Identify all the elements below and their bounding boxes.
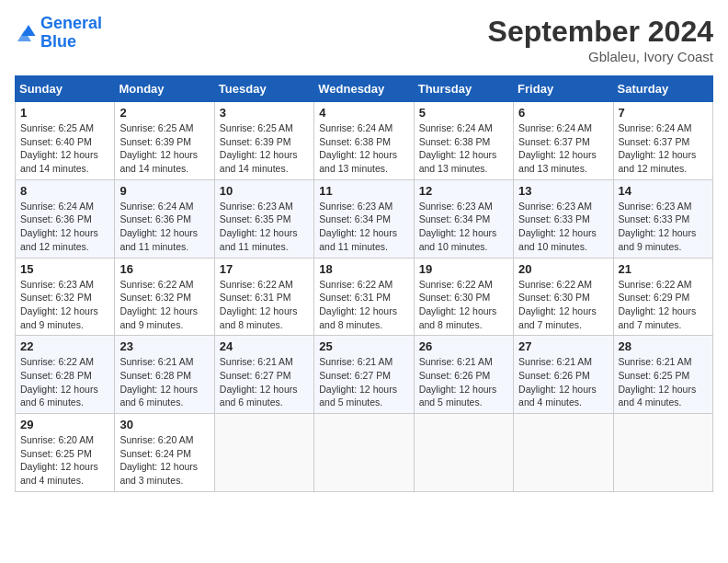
day-number: 12 <box>419 184 508 198</box>
calendar-cell <box>613 414 712 492</box>
logo: General Blue <box>15 15 102 52</box>
calendar-cell: 5Sunrise: 6:24 AMSunset: 6:38 PMDaylight… <box>414 102 513 180</box>
day-info: Sunrise: 6:21 AMSunset: 6:27 PMDaylight:… <box>319 355 408 409</box>
calendar-cell <box>314 414 414 492</box>
day-info: Sunrise: 6:22 AMSunset: 6:29 PMDaylight:… <box>619 278 708 332</box>
day-info: Sunrise: 6:24 AMSunset: 6:37 PMDaylight:… <box>518 121 608 176</box>
calendar-cell: 29Sunrise: 6:20 AMSunset: 6:25 PMDayligh… <box>16 414 115 492</box>
logo-line1: General <box>40 14 102 32</box>
day-number: 8 <box>20 184 109 198</box>
day-info: Sunrise: 6:25 AMSunset: 6:40 PMDaylight:… <box>20 121 109 176</box>
day-info: Sunrise: 6:22 AMSunset: 6:30 PMDaylight:… <box>419 278 508 332</box>
calendar-cell: 8Sunrise: 6:24 AMSunset: 6:36 PMDaylight… <box>16 179 115 258</box>
day-number: 5 <box>419 106 508 120</box>
title-block: September 2024 Gblaleu, Ivory Coast <box>488 15 713 64</box>
calendar-cell: 17Sunrise: 6:22 AMSunset: 6:31 PMDayligh… <box>214 258 313 336</box>
day-info: Sunrise: 6:23 AMSunset: 6:33 PMDaylight:… <box>518 200 608 254</box>
page-header: General Blue September 2024 Gblaleu, Ivo… <box>15 15 713 64</box>
day-info: Sunrise: 6:23 AMSunset: 6:34 PMDaylight:… <box>419 200 508 254</box>
calendar-cell: 11Sunrise: 6:23 AMSunset: 6:34 PMDayligh… <box>314 179 414 258</box>
calendar-cell: 30Sunrise: 6:20 AMSunset: 6:24 PMDayligh… <box>115 414 214 492</box>
location: Gblaleu, Ivory Coast <box>488 49 713 64</box>
header-thursday: Thursday <box>414 76 513 102</box>
day-info: Sunrise: 6:25 AMSunset: 6:39 PMDaylight:… <box>220 121 309 176</box>
day-info: Sunrise: 6:20 AMSunset: 6:25 PMDaylight:… <box>20 433 109 488</box>
day-number: 28 <box>619 339 708 353</box>
calendar-header-row: SundayMondayTuesdayWednesdayThursdayFrid… <box>16 76 713 102</box>
day-number: 17 <box>220 262 309 276</box>
header-wednesday: Wednesday <box>314 76 414 102</box>
calendar-week-4: 22Sunrise: 6:22 AMSunset: 6:28 PMDayligh… <box>16 336 713 414</box>
day-info: Sunrise: 6:25 AMSunset: 6:39 PMDaylight:… <box>119 121 209 176</box>
day-number: 15 <box>20 262 109 276</box>
day-number: 25 <box>319 339 408 353</box>
day-info: Sunrise: 6:21 AMSunset: 6:26 PMDaylight:… <box>518 355 608 409</box>
day-info: Sunrise: 6:23 AMSunset: 6:34 PMDaylight:… <box>319 200 408 254</box>
day-number: 6 <box>518 106 608 120</box>
calendar-cell: 3Sunrise: 6:25 AMSunset: 6:39 PMDaylight… <box>214 102 313 180</box>
header-sunday: Sunday <box>16 76 115 102</box>
day-info: Sunrise: 6:22 AMSunset: 6:31 PMDaylight:… <box>319 278 408 332</box>
day-number: 30 <box>119 418 209 431</box>
day-info: Sunrise: 6:21 AMSunset: 6:26 PMDaylight:… <box>419 355 508 409</box>
day-number: 9 <box>119 184 209 198</box>
day-info: Sunrise: 6:22 AMSunset: 6:32 PMDaylight:… <box>119 278 209 332</box>
day-number: 16 <box>119 262 209 276</box>
calendar-cell: 26Sunrise: 6:21 AMSunset: 6:26 PMDayligh… <box>414 336 513 414</box>
calendar-cell <box>214 414 313 492</box>
calendar-cell: 2Sunrise: 6:25 AMSunset: 6:39 PMDaylight… <box>115 102 214 180</box>
day-info: Sunrise: 6:24 AMSunset: 6:38 PMDaylight:… <box>419 121 508 176</box>
day-info: Sunrise: 6:21 AMSunset: 6:28 PMDaylight:… <box>119 355 209 409</box>
day-number: 13 <box>518 184 608 198</box>
day-number: 3 <box>220 106 309 120</box>
calendar-cell: 14Sunrise: 6:23 AMSunset: 6:33 PMDayligh… <box>613 179 712 258</box>
header-saturday: Saturday <box>613 76 712 102</box>
day-number: 10 <box>220 184 309 198</box>
calendar-cell: 6Sunrise: 6:24 AMSunset: 6:37 PMDaylight… <box>514 102 613 180</box>
day-number: 7 <box>619 106 708 120</box>
day-number: 27 <box>518 339 608 353</box>
calendar-cell: 10Sunrise: 6:23 AMSunset: 6:35 PMDayligh… <box>214 179 313 258</box>
logo-line2: Blue <box>40 32 76 51</box>
day-number: 29 <box>20 418 109 431</box>
calendar-week-1: 1Sunrise: 6:25 AMSunset: 6:40 PMDaylight… <box>16 102 713 180</box>
calendar-cell: 1Sunrise: 6:25 AMSunset: 6:40 PMDaylight… <box>16 102 115 180</box>
calendar-cell: 24Sunrise: 6:21 AMSunset: 6:27 PMDayligh… <box>214 336 313 414</box>
day-info: Sunrise: 6:23 AMSunset: 6:32 PMDaylight:… <box>20 278 109 332</box>
day-number: 19 <box>419 262 508 276</box>
day-info: Sunrise: 6:24 AMSunset: 6:36 PMDaylight:… <box>119 200 209 254</box>
header-tuesday: Tuesday <box>214 76 313 102</box>
calendar-cell <box>514 414 613 492</box>
calendar-cell: 4Sunrise: 6:24 AMSunset: 6:38 PMDaylight… <box>314 102 414 180</box>
calendar-cell: 13Sunrise: 6:23 AMSunset: 6:33 PMDayligh… <box>514 179 613 258</box>
month-title: September 2024 <box>488 15 713 49</box>
day-number: 1 <box>20 106 109 120</box>
calendar-cell: 18Sunrise: 6:22 AMSunset: 6:31 PMDayligh… <box>314 258 414 336</box>
calendar-cell: 16Sunrise: 6:22 AMSunset: 6:32 PMDayligh… <box>115 258 214 336</box>
calendar-cell: 22Sunrise: 6:22 AMSunset: 6:28 PMDayligh… <box>16 336 115 414</box>
day-number: 23 <box>119 339 209 353</box>
calendar-cell: 20Sunrise: 6:22 AMSunset: 6:30 PMDayligh… <box>514 258 613 336</box>
calendar-week-3: 15Sunrise: 6:23 AMSunset: 6:32 PMDayligh… <box>16 258 713 336</box>
day-info: Sunrise: 6:20 AMSunset: 6:24 PMDaylight:… <box>119 433 209 488</box>
day-number: 22 <box>20 339 109 353</box>
header-monday: Monday <box>115 76 214 102</box>
day-info: Sunrise: 6:23 AMSunset: 6:35 PMDaylight:… <box>220 200 309 254</box>
day-info: Sunrise: 6:24 AMSunset: 6:36 PMDaylight:… <box>20 200 109 254</box>
day-info: Sunrise: 6:24 AMSunset: 6:37 PMDaylight:… <box>619 121 708 176</box>
day-info: Sunrise: 6:21 AMSunset: 6:25 PMDaylight:… <box>619 355 708 409</box>
calendar-cell: 23Sunrise: 6:21 AMSunset: 6:28 PMDayligh… <box>115 336 214 414</box>
day-number: 24 <box>220 339 309 353</box>
day-info: Sunrise: 6:24 AMSunset: 6:38 PMDaylight:… <box>319 121 408 176</box>
day-info: Sunrise: 6:22 AMSunset: 6:31 PMDaylight:… <box>220 278 309 332</box>
day-info: Sunrise: 6:22 AMSunset: 6:30 PMDaylight:… <box>518 278 608 332</box>
day-number: 21 <box>619 262 708 276</box>
logo-text: General Blue <box>40 15 102 52</box>
calendar-cell <box>414 414 513 492</box>
header-friday: Friday <box>514 76 613 102</box>
day-info: Sunrise: 6:21 AMSunset: 6:27 PMDaylight:… <box>220 355 309 409</box>
calendar-cell: 28Sunrise: 6:21 AMSunset: 6:25 PMDayligh… <box>613 336 712 414</box>
day-number: 18 <box>319 262 408 276</box>
day-number: 11 <box>319 184 408 198</box>
day-info: Sunrise: 6:22 AMSunset: 6:28 PMDaylight:… <box>20 355 109 409</box>
